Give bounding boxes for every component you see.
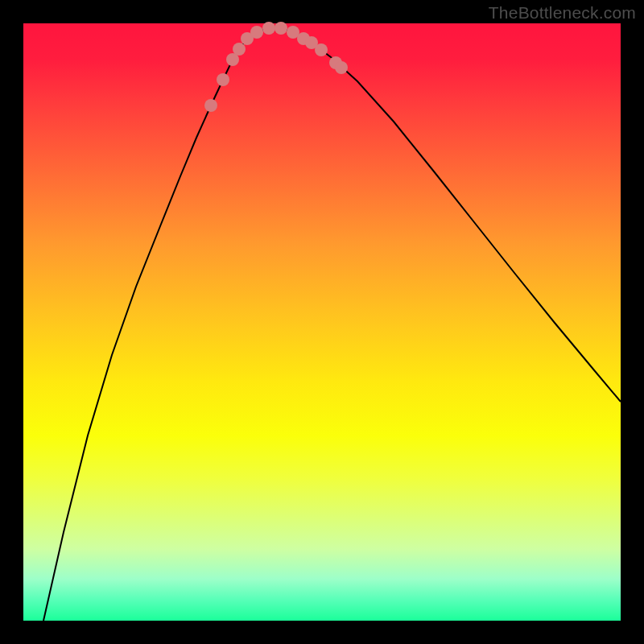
- marker-group: [204, 22, 348, 112]
- watermark-label: TheBottleneck.com: [489, 3, 636, 23]
- curve-marker: [233, 43, 246, 56]
- bottleneck-curve: [43, 28, 621, 621]
- curve-marker: [250, 26, 263, 39]
- curve-marker: [275, 22, 287, 35]
- curve-marker: [204, 99, 217, 112]
- curve-marker: [217, 73, 229, 86]
- curve-marker: [262, 22, 275, 35]
- curve-marker: [315, 43, 328, 56]
- curve-marker: [335, 61, 348, 74]
- chart-overlay: [23, 23, 621, 621]
- chart-frame: TheBottleneck.com: [0, 0, 644, 644]
